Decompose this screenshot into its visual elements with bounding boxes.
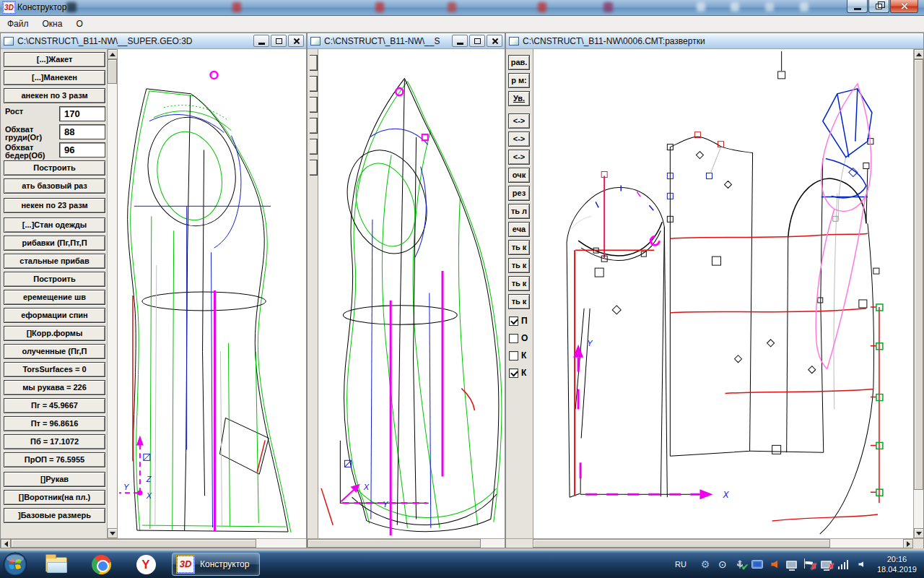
sidebar-button[interactable]: TorsSurfaces = 0 bbox=[4, 362, 105, 377]
minimize-button[interactable] bbox=[847, 0, 868, 13]
computer-icon[interactable] bbox=[783, 556, 801, 573]
scrollbar-thumb[interactable] bbox=[308, 539, 481, 548]
child-titlebar[interactable]: C:\CNSTRUCT\_B11-NW\__SUPER.GEO:3D bbox=[1, 33, 306, 49]
sidebar-button[interactable]: анекен по 3 разм bbox=[4, 88, 105, 103]
sidebar-button[interactable]: ]Базовые размерь bbox=[4, 508, 105, 523]
scrollbar-track[interactable] bbox=[108, 84, 117, 528]
scroll-right-button[interactable] bbox=[903, 539, 913, 548]
horizontal-scrollbar[interactable] bbox=[506, 538, 923, 548]
toolbar-button[interactable]: ть к bbox=[508, 258, 530, 273]
start-button[interactable] bbox=[3, 552, 27, 577]
menu-windows[interactable]: Окна bbox=[36, 17, 69, 31]
scroll-left-button[interactable] bbox=[1, 539, 11, 548]
sidebar-button[interactable]: [...]Стан одежды bbox=[4, 217, 105, 233]
volume-mixer-icon[interactable] bbox=[766, 556, 783, 573]
checkbox[interactable] bbox=[509, 351, 518, 361]
sidebar-button[interactable]: []Воротник(на пл.) bbox=[4, 490, 105, 505]
scrollbar-thumb[interactable] bbox=[914, 59, 923, 490]
minimize-button[interactable] bbox=[452, 35, 468, 47]
scrollbar-track[interactable] bbox=[830, 539, 903, 548]
scroll-down-button[interactable] bbox=[914, 528, 924, 538]
volume-icon[interactable] bbox=[853, 556, 870, 573]
sidebar-button[interactable]: стальные прибав bbox=[4, 254, 105, 269]
sidebar-button[interactable]: еформации спин bbox=[4, 308, 105, 323]
toolbar-button[interactable]: <-> bbox=[508, 150, 530, 165]
yandex-button[interactable]: Y bbox=[130, 551, 162, 577]
sidebar-button[interactable]: [...]Жакет bbox=[4, 52, 105, 67]
chrome-button[interactable] bbox=[85, 551, 117, 577]
clipped-button[interactable] bbox=[310, 118, 318, 134]
sidebar-button[interactable]: олученные (Пг,П bbox=[4, 344, 105, 359]
checkbox[interactable] bbox=[509, 368, 518, 378]
toolbar-button[interactable]: рез bbox=[508, 186, 530, 201]
toolbar-button[interactable]: <-> bbox=[508, 113, 530, 129]
sidebar-button[interactable]: рибавки (Пг,Пт,П bbox=[4, 236, 105, 251]
menu-about[interactable]: О bbox=[69, 17, 89, 31]
toolbar-button[interactable]: <-> bbox=[508, 131, 530, 147]
network-error-icon[interactable]: ✗ bbox=[818, 556, 835, 573]
child-titlebar[interactable]: C:\CNSTRUCT\_B11-NW\__SUPER.GEO... bbox=[308, 33, 505, 49]
scrollbar-track[interactable] bbox=[914, 490, 923, 528]
sidebar-button[interactable]: ПрОП = 76.5955 bbox=[4, 452, 105, 467]
toolbar-button[interactable]: ть л bbox=[508, 204, 530, 219]
toolbar-button[interactable]: еча bbox=[508, 222, 530, 237]
notification-circle-icon[interactable]: ⊙ bbox=[714, 556, 731, 573]
wireframe-side-view[interactable]: Z X Y bbox=[117, 49, 306, 538]
close-button[interactable] bbox=[487, 35, 502, 47]
toolbar-button[interactable]: р м: bbox=[508, 73, 530, 88]
signal-strength-icon[interactable] bbox=[835, 556, 853, 573]
horizontal-scrollbar[interactable] bbox=[308, 538, 505, 548]
toolbar-button[interactable]: Ув. bbox=[508, 91, 530, 106]
settings-gear-icon[interactable]: ⚙ bbox=[697, 556, 714, 573]
sidebar-button[interactable]: Пт = 96.8616 bbox=[4, 416, 105, 431]
wireframe-back-view[interactable]: X Y bbox=[318, 49, 505, 538]
task-button-constructor[interactable]: 3D Конструктор bbox=[172, 553, 260, 576]
clock[interactable]: 20:16 18.04.2019 bbox=[877, 554, 917, 574]
toolbar-button[interactable]: ть к bbox=[508, 294, 530, 309]
scrollbar-track[interactable] bbox=[256, 539, 306, 548]
scrollbar-track[interactable] bbox=[481, 539, 505, 548]
sidebar-button[interactable]: некен по 23 разм bbox=[4, 198, 105, 213]
clipped-button[interactable] bbox=[310, 160, 318, 176]
field-value-input[interactable]: 96 bbox=[59, 142, 105, 158]
sidebar-button[interactable]: Пг = 45.9667 bbox=[4, 398, 105, 413]
toolbar-button[interactable]: ть к bbox=[508, 240, 530, 255]
sidebar-button[interactable]: Построить bbox=[4, 272, 105, 287]
sidebar-button[interactable]: мы рукава = 226 bbox=[4, 380, 105, 395]
clipped-button[interactable] bbox=[310, 139, 318, 155]
toolbar-button[interactable]: рав. bbox=[508, 55, 530, 70]
usb-eject-icon[interactable]: ✔ bbox=[731, 556, 749, 573]
sidebar-button[interactable]: ать базовый раз bbox=[4, 178, 105, 194]
clipped-button[interactable] bbox=[310, 55, 318, 71]
menu-file[interactable]: Файл bbox=[1, 17, 35, 31]
sidebar-button[interactable]: еремещение шв bbox=[4, 290, 105, 305]
scroll-down-button[interactable] bbox=[108, 528, 118, 538]
app-titlebar[interactable]: 3D Конструктор bbox=[0, 0, 924, 16]
checkbox[interactable] bbox=[509, 334, 518, 343]
vertical-scrollbar[interactable] bbox=[913, 49, 923, 538]
clipped-button[interactable] bbox=[310, 97, 318, 113]
sidebar-button[interactable]: Пб = 17.1072 bbox=[4, 434, 105, 449]
scroll-up-button[interactable] bbox=[914, 49, 924, 59]
maximize-button[interactable] bbox=[271, 35, 287, 47]
horizontal-scrollbar[interactable] bbox=[1, 538, 306, 548]
sidebar-button[interactable]: [...]Манекен bbox=[4, 70, 105, 85]
display-settings-icon[interactable] bbox=[749, 556, 766, 573]
minimize-button[interactable] bbox=[253, 35, 269, 47]
field-value-input[interactable]: 88 bbox=[59, 124, 105, 139]
scrollbar-thumb[interactable] bbox=[533, 539, 830, 548]
sidebar-button[interactable]: Построить bbox=[4, 160, 105, 176]
maximize-button[interactable] bbox=[469, 35, 485, 47]
explorer-button[interactable] bbox=[40, 551, 72, 577]
sidebar-scrollbar[interactable] bbox=[107, 49, 117, 538]
close-button[interactable] bbox=[288, 35, 304, 47]
restore-button[interactable] bbox=[868, 0, 889, 13]
scrollbar-thumb[interactable] bbox=[108, 59, 117, 84]
action-center-flag-icon[interactable]: ✗ bbox=[801, 556, 818, 573]
clipped-button[interactable] bbox=[310, 76, 318, 92]
scroll-up-button[interactable] bbox=[108, 49, 118, 59]
pattern-pieces-view[interactable]: Y X bbox=[533, 49, 913, 538]
scrollbar-thumb[interactable] bbox=[11, 539, 256, 548]
field-value-input[interactable]: 170 bbox=[59, 106, 105, 121]
checkbox[interactable] bbox=[509, 316, 518, 326]
